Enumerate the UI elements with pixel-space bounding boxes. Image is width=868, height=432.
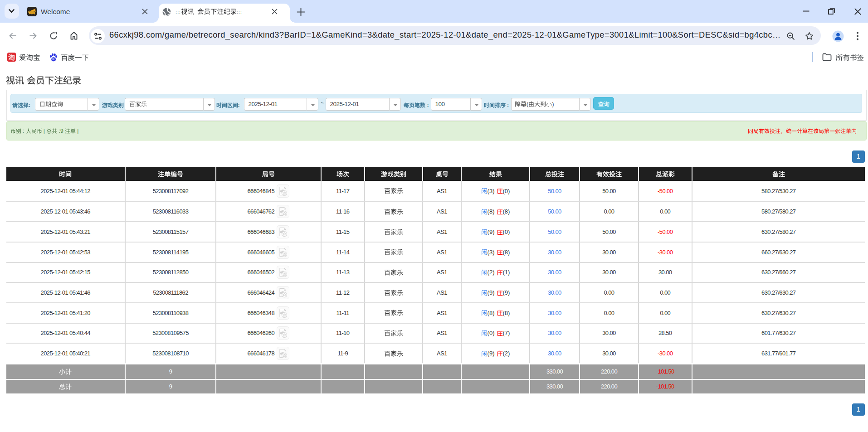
svg-text:du: du <box>52 58 56 61</box>
